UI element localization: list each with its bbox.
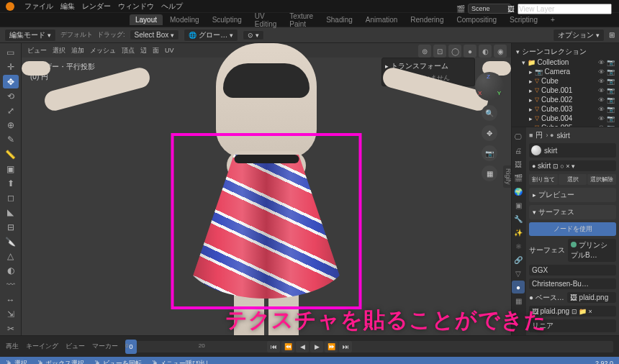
proptab-scene[interactable]: 🎬 (512, 171, 525, 184)
surface-value[interactable]: プリンシプルB… (568, 239, 616, 262)
vp-mesh[interactable]: メッシュ (90, 46, 116, 55)
axis-gizmo[interactable]: Z X Y (475, 72, 504, 101)
proptab-render[interactable]: 🖵 (512, 130, 525, 143)
outliner-cube001[interactable]: ▸ ▽ Cube.001👁 📷 (515, 86, 616, 95)
timeline[interactable]: 再生 キーイング ビュー マーカー 0 0 20 40 60 ⏮ ⏪ ◀ ▶ ⏩… (0, 335, 619, 357)
tool-bevel[interactable]: ◣ (3, 206, 19, 219)
menu-edit[interactable]: 編集 (60, 1, 75, 12)
proptab-mesh[interactable]: ▽ (512, 267, 525, 280)
tab-shading[interactable]: Shading (320, 14, 358, 25)
tab-animation[interactable]: Animation (360, 14, 403, 25)
tool-edgeslide[interactable]: ↔ (3, 293, 19, 306)
tab-modeling[interactable]: Modeling (164, 14, 205, 25)
surface-section[interactable]: ▾ サーフェス (529, 205, 616, 219)
proptab-material[interactable]: ● (512, 281, 525, 294)
proptab-object[interactable]: ▣ (512, 199, 525, 211)
timeline-marker[interactable]: マーカー (92, 342, 118, 351)
snap-dropdown[interactable]: ⊙ ▾ (243, 30, 264, 40)
tab-compositing[interactable]: Compositing (451, 14, 502, 25)
ggx-dropdown[interactable]: GGX (529, 265, 616, 276)
shade-solid[interactable]: ● (464, 45, 476, 58)
viewlayer-input[interactable] (518, 4, 612, 14)
tab-texturepaint[interactable]: Texture Paint (284, 11, 319, 29)
vp-view[interactable]: ビュー (27, 46, 47, 55)
zoom-gizmo[interactable]: 🔍 (482, 105, 497, 121)
select-button[interactable]: 選択 (559, 174, 587, 185)
select-mode-dropdown[interactable]: Select Box ▾ (130, 29, 180, 40)
tool-shrink[interactable]: ⇲ (3, 308, 19, 321)
outliner-collection[interactable]: ▾ 📁 Collection👁 📷 (515, 58, 616, 67)
outliner-cube003[interactable]: ▸ ▽ Cube.003👁 📷 (515, 104, 616, 114)
tool-spin[interactable]: ◐ (3, 264, 19, 277)
outliner[interactable]: ▾ シーンコレクション ▾ 📁 Collection👁 📷 ▸ 📷 Camera… (512, 43, 619, 127)
play-fwd[interactable]: ▶ (310, 341, 323, 352)
tool-rotate[interactable]: ⟲ (3, 90, 19, 103)
next-key[interactable]: ⏩ (325, 341, 338, 352)
use-nodes-button[interactable]: ノードを使用 (529, 222, 616, 236)
tool-cursor[interactable]: ✛ (3, 60, 19, 73)
tool-move[interactable]: ✥ (3, 75, 19, 88)
tool-knife[interactable]: 🔪 (3, 235, 19, 248)
vp-add[interactable]: 追加 (71, 46, 84, 55)
menu-help[interactable]: ヘルプ (161, 1, 183, 12)
timeline-track[interactable]: 0 0 20 40 60 (125, 341, 613, 352)
mode-dropdown[interactable]: 編集モード ▾ (4, 29, 56, 42)
timeline-keying[interactable]: キーイング (26, 342, 58, 351)
jump-start[interactable]: ⏮ (267, 341, 280, 352)
xray-toggle[interactable]: ⊞ (609, 31, 615, 39)
menu-window[interactable]: ウィンドウ (118, 1, 154, 12)
proptab-modifier[interactable]: 🔧 (512, 212, 525, 225)
assign-button[interactable]: 割り当て (529, 174, 558, 185)
menu-render[interactable]: レンダー (82, 1, 111, 12)
overlay-toggle[interactable]: ⊚ (418, 45, 431, 58)
tool-transform[interactable]: ⊕ (3, 119, 19, 132)
outliner-cube002[interactable]: ▸ ▽ Cube.002👁 📷 (515, 95, 616, 104)
tool-addcube[interactable]: ▣ (3, 163, 19, 176)
tool-extrude[interactable]: ⬆ (3, 177, 19, 190)
shade-matprev[interactable]: ◐ (479, 45, 492, 58)
play-rev[interactable]: ◀ (296, 341, 309, 352)
tool-scale[interactable]: ⤢ (3, 104, 19, 117)
proptab-world[interactable]: 🌍 (512, 185, 525, 198)
proptab-viewlayer[interactable]: 🖼 (512, 158, 525, 170)
jump-end[interactable]: ⏭ (339, 341, 352, 352)
camera-gizmo[interactable]: 📷 (482, 145, 497, 161)
tool-measure[interactable]: 📏 (3, 147, 19, 160)
tool-inset[interactable]: ◻ (3, 191, 19, 204)
tool-rip[interactable]: ✂ (3, 322, 19, 335)
outliner-cube004[interactable]: ▸ ▽ Cube.004👁 📷 (515, 114, 616, 123)
proptab-output[interactable]: 🖨 (512, 144, 525, 157)
proptab-particle[interactable]: ✨ (512, 226, 525, 239)
move-gizmo[interactable]: ✥ (482, 125, 497, 141)
menu-file[interactable]: ファイル (24, 1, 53, 12)
orientation-dropdown[interactable]: 🌐 グロー… ▾ (184, 29, 238, 42)
persp-gizmo[interactable]: ▦ (482, 165, 497, 181)
tool-select[interactable]: ▭ (3, 46, 19, 59)
tool-annotate[interactable]: ✎ (3, 133, 19, 146)
proptab-constraint[interactable]: 🔗 (512, 253, 525, 266)
prev-key[interactable]: ⏪ (281, 341, 294, 352)
tab-add[interactable]: + (545, 14, 561, 25)
christensen-dropdown[interactable]: Christensen-Bu… (529, 278, 616, 289)
options-dropdown[interactable]: オプション ▾ (553, 29, 605, 42)
xray-button[interactable]: ⊡ (433, 45, 446, 58)
timeline-play[interactable]: 再生 (6, 342, 19, 351)
shade-wire[interactable]: ◯ (448, 45, 461, 58)
tab-rendering[interactable]: Rendering (405, 14, 449, 25)
tab-uvediting[interactable]: UV Editing (249, 11, 283, 29)
3d-viewport[interactable]: ビュー 選択 追加 メッシュ 頂点 辺 面 UV ⊚ ⊡ ◯ ● ◐ ◉ ユーザ… (22, 43, 511, 335)
scene-input[interactable] (468, 4, 511, 14)
timeline-view[interactable]: ビュー (65, 342, 85, 351)
shade-rendered[interactable]: ◉ (494, 45, 507, 58)
tool-loopcut[interactable]: ⊟ (3, 220, 19, 233)
vp-select[interactable]: 選択 (53, 46, 65, 55)
outliner-camera[interactable]: ▸ 📷 Camera👁 📷 (515, 67, 616, 76)
deselect-button[interactable]: 選択解除 (587, 174, 616, 185)
tab-scripting[interactable]: Scripting (504, 14, 543, 25)
outliner-cube[interactable]: ▸ ▽ Cube👁 📷 (515, 76, 616, 86)
material-slot[interactable]: skirt (529, 143, 616, 158)
preview-section[interactable]: ▸ プレビュー (529, 188, 616, 202)
tab-sculpting[interactable]: Sculpting (207, 14, 248, 25)
material-name-field[interactable]: ● skirt ⊡ ○ × ▾ (529, 160, 616, 171)
rigify-tab[interactable]: Rigify (503, 165, 511, 188)
